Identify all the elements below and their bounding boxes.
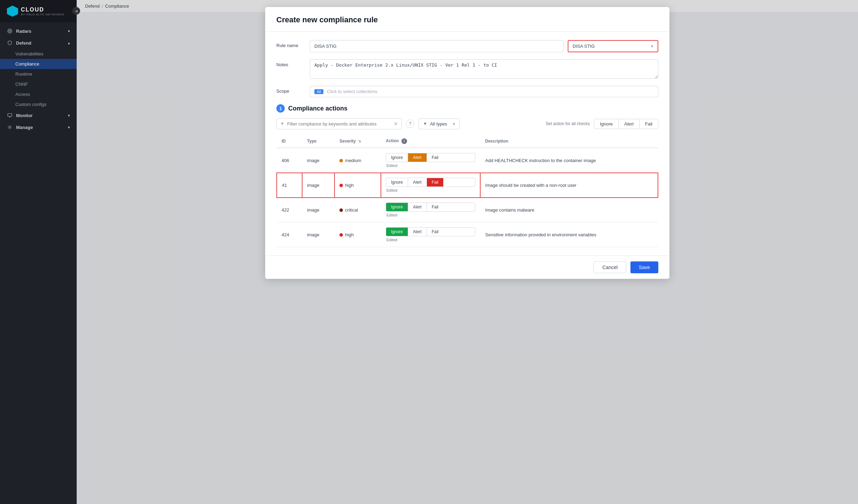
modal-footer: Cancel Save bbox=[265, 255, 669, 279]
compliance-actions-header: 1 Compliance actions bbox=[276, 104, 658, 113]
rule-type-value: DISA STIG bbox=[573, 44, 595, 49]
logo: CLOUD BY PALO ALTO NETWORKS bbox=[0, 0, 77, 22]
edited-label: Edited bbox=[386, 213, 475, 217]
cell-action: IgnoreAlertFailEdited bbox=[381, 173, 480, 198]
chevron-down-icon: ▾ bbox=[68, 29, 70, 33]
modal-title: Create new compliance rule bbox=[276, 15, 658, 24]
radar-icon bbox=[7, 28, 13, 34]
rule-type-select[interactable]: DISA STIG ▾ bbox=[568, 40, 658, 52]
edited-label: Edited bbox=[386, 163, 475, 168]
action-alert-button[interactable]: Alert bbox=[408, 178, 427, 186]
set-all-fail-button[interactable]: Fail bbox=[639, 119, 658, 129]
action-alert-button[interactable]: Alert bbox=[408, 228, 427, 236]
table-row: 422imagecriticalIgnoreAlertFailEditedIma… bbox=[277, 198, 658, 222]
cell-id: 406 bbox=[277, 148, 302, 173]
sidebar-item-cnnf[interactable]: CNNF bbox=[0, 79, 77, 89]
col-description: Description bbox=[480, 135, 658, 148]
cell-severity: medium bbox=[335, 148, 381, 173]
sidebar-item-defend[interactable]: Defend ▴ bbox=[0, 37, 77, 49]
cell-description: Sensitive information provided in enviro… bbox=[480, 222, 658, 247]
modal-body: Rule name DISA STIG ▾ Notes Apply - Dock… bbox=[265, 32, 669, 255]
svg-rect-3 bbox=[8, 114, 12, 116]
table-row: 406imagemediumIgnoreAlertFailEditedAdd H… bbox=[277, 148, 658, 173]
action-info-icon: i bbox=[401, 138, 407, 144]
cell-type: image bbox=[302, 222, 335, 247]
notes-row: Notes Apply - Docker Enterprise 2.x Linu… bbox=[276, 59, 658, 79]
save-button[interactable]: Save bbox=[630, 261, 658, 273]
sidebar-item-access[interactable]: Access bbox=[0, 89, 77, 99]
severity-dot bbox=[339, 159, 343, 162]
sidebar: CLOUD BY PALO ALTO NETWORKS Radars ▾ Def… bbox=[0, 0, 77, 504]
sidebar-item-radars[interactable]: Radars ▾ bbox=[0, 25, 77, 37]
action-alert-button[interactable]: Alert bbox=[408, 153, 427, 162]
sidebar-item-manage[interactable]: Manage ▾ bbox=[0, 121, 77, 133]
cell-description: Image contains malware bbox=[480, 198, 658, 222]
severity-dot bbox=[339, 184, 343, 187]
sidebar-item-runtime[interactable]: Runtime bbox=[0, 69, 77, 79]
action-fail-button[interactable]: Fail bbox=[427, 153, 443, 162]
set-all-ignore-button[interactable]: Ignore bbox=[594, 119, 619, 129]
modal-header: Create new compliance rule bbox=[265, 7, 669, 32]
col-severity: Severity ⇅ bbox=[335, 135, 381, 148]
sidebar-collapse-button[interactable]: ◀ bbox=[72, 7, 80, 15]
shield-icon bbox=[7, 40, 13, 46]
cell-description: Image should be created with a non-root … bbox=[480, 173, 658, 198]
scope-all-badge: All bbox=[314, 89, 323, 94]
chevron-down-icon: ▾ bbox=[651, 44, 653, 49]
col-type: Type bbox=[302, 135, 335, 148]
logo-icon bbox=[7, 6, 18, 17]
section-number: 1 bbox=[276, 104, 285, 113]
notes-label: Notes bbox=[276, 59, 304, 67]
cancel-button[interactable]: Cancel bbox=[593, 261, 626, 273]
chevron-up-icon: ▴ bbox=[68, 41, 70, 45]
rule-name-row: Rule name DISA STIG ▾ bbox=[276, 40, 658, 52]
filter-input[interactable] bbox=[287, 121, 391, 127]
set-all-alert-button[interactable]: Alert bbox=[619, 119, 639, 129]
sidebar-item-compliance[interactable]: Compliance bbox=[0, 59, 77, 69]
monitor-icon bbox=[7, 113, 13, 118]
set-all-action-group: Ignore Alert Fail bbox=[594, 119, 658, 129]
gear-icon bbox=[7, 124, 13, 130]
cell-action: IgnoreAlertFailEdited bbox=[381, 198, 480, 222]
help-button[interactable]: ? bbox=[406, 120, 414, 128]
action-fail-button[interactable]: Fail bbox=[427, 228, 443, 236]
type-filter-dropdown[interactable]: ▼ All types ▾ bbox=[419, 119, 460, 129]
cell-id: 424 bbox=[277, 222, 302, 247]
cell-action: IgnoreAlertFailEdited bbox=[381, 222, 480, 247]
action-fail-button[interactable]: Fail bbox=[427, 178, 443, 186]
sidebar-item-vulnerabilities[interactable]: Vulnerabilities bbox=[0, 49, 77, 59]
logo-text: CLOUD bbox=[21, 7, 64, 13]
severity-dot bbox=[339, 233, 343, 237]
section-title: Compliance actions bbox=[288, 105, 347, 112]
cell-type: image bbox=[302, 148, 335, 173]
cell-type: image bbox=[302, 198, 335, 222]
scope-placeholder: Click to select collections bbox=[327, 89, 377, 94]
action-ignore-button[interactable]: Ignore bbox=[386, 178, 408, 186]
action-ignore-button[interactable]: Ignore bbox=[386, 153, 408, 162]
rule-name-controls: DISA STIG ▾ bbox=[310, 40, 658, 52]
modal: Create new compliance rule Rule name DIS… bbox=[265, 7, 669, 279]
cell-severity: high bbox=[335, 222, 381, 247]
notes-textarea[interactable]: Apply - Docker Enterprise 2.x Linux/UNIX… bbox=[310, 59, 658, 79]
chevron-down-icon: ▾ bbox=[453, 121, 455, 127]
action-alert-button[interactable]: Alert bbox=[408, 203, 427, 211]
sort-icon: ⇅ bbox=[358, 139, 361, 143]
scope-input[interactable]: All Click to select collections bbox=[310, 86, 658, 97]
logo-sub: BY PALO ALTO NETWORKS bbox=[21, 13, 64, 16]
sidebar-item-custom-configs[interactable]: Custom configs bbox=[0, 99, 77, 109]
cell-action: IgnoreAlertFailEdited bbox=[381, 148, 480, 173]
severity-dot bbox=[339, 208, 343, 212]
action-ignore-button[interactable]: Ignore bbox=[386, 203, 408, 211]
nav-section: Radars ▾ Defend ▴ Vulnerabilities Compli… bbox=[0, 22, 77, 136]
sidebar-item-monitor[interactable]: Monitor ▾ bbox=[0, 109, 77, 121]
action-fail-button[interactable]: Fail bbox=[427, 203, 443, 211]
type-filter-label: All types bbox=[430, 121, 447, 127]
action-ignore-button[interactable]: Ignore bbox=[386, 228, 408, 236]
filter-clear-button[interactable]: ✕ bbox=[394, 121, 398, 127]
rule-name-input[interactable] bbox=[310, 40, 564, 52]
sidebar-item-monitor-label: Monitor bbox=[16, 113, 33, 118]
svg-point-4 bbox=[9, 127, 11, 128]
svg-point-2 bbox=[9, 31, 10, 31]
cell-severity: high bbox=[335, 173, 381, 198]
table-row: 41imagehighIgnoreAlertFailEditedImage sh… bbox=[277, 173, 658, 198]
